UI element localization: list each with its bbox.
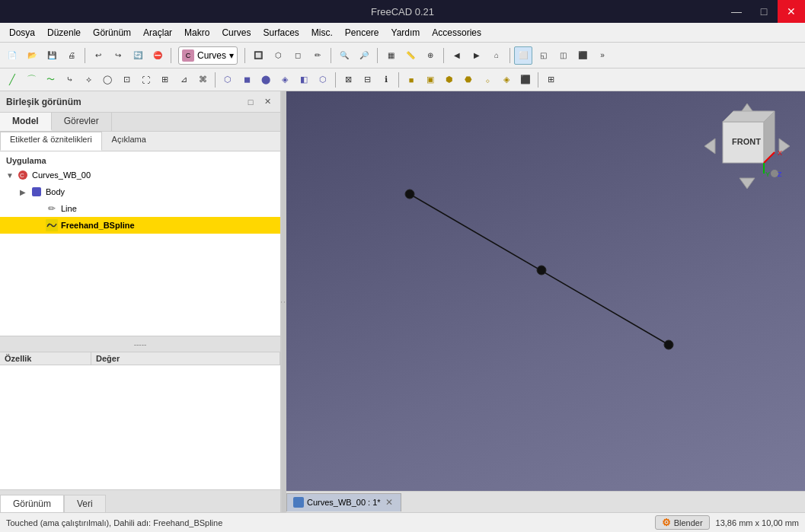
solid-icon-4: ⬣ [465,75,472,84]
curve-btn-8[interactable]: ⛶ [136,71,155,89]
doc-tab-close-button[interactable]: ✕ [384,497,395,508]
bbox-button[interactable]: ⬛ [573,46,592,65]
new-button[interactable]: 📄 [3,46,21,65]
stop-button[interactable]: ⛔ [149,46,167,65]
sep5 [377,48,378,63]
home-button[interactable]: ⌂ [487,46,506,65]
print-button[interactable]: 🖨 [62,46,81,65]
solid-btn-4[interactable]: ⬣ [459,71,478,89]
tree-item-line[interactable]: ✏ Line [0,200,280,217]
menu-makro[interactable]: Makro [178,26,216,40]
nav-cube[interactable]: FRONT X Y Z [701,100,793,192]
grid-button[interactable]: ▦ [382,46,400,65]
tab-gorevler[interactable]: Görevler [52,113,112,131]
stereo-button[interactable]: ◫ [554,46,572,65]
curve-btn-3[interactable]: 〜 [41,71,59,89]
refresh-button[interactable]: 🔄 [129,46,147,65]
menu-curves[interactable]: Curves [216,26,257,40]
undo-button[interactable]: ↩ [89,46,107,65]
refresh-icon: 🔄 [133,51,142,59]
surface-btn-6[interactable]: ⬡ [314,71,332,89]
viewport[interactable]: FRONT X Y Z Curves_WB_00 : 1* ✕ [286,91,805,512]
blender-badge[interactable]: ⚙ Blender [655,515,710,530]
surface-btn-3[interactable]: ⬤ [257,71,275,89]
perspective-button[interactable]: ◱ [534,46,552,65]
solid-btn-3[interactable]: ⬢ [440,71,458,89]
redo-button[interactable]: ↪ [109,46,127,65]
solid-btn-5[interactable]: ⬦ [478,71,497,89]
curve-btn-5[interactable]: ⟡ [79,71,97,89]
menu-surfaces[interactable]: Surfaces [257,26,305,40]
panel-divider[interactable]: ----- [0,336,280,352]
workbench-selector[interactable]: C Curves ▾ [178,46,238,65]
part-button[interactable]: ⬡ [269,46,287,65]
panel-close-button[interactable]: ✕ [260,95,274,109]
properties-body[interactable] [0,365,280,489]
minimize-button[interactable]: — [723,0,750,23]
search-button[interactable]: 🔍 [335,46,353,65]
nav-fwd-icon: ▶ [474,51,480,59]
close-button[interactable]: ✕ [778,0,805,23]
menu-duzenle[interactable]: Düzenle [41,26,87,40]
new-icon: 📄 [8,51,17,59]
surface-btn-4[interactable]: ◈ [276,71,294,89]
menu-misc[interactable]: Misc. [305,26,339,40]
axis-button[interactable]: ⊕ [421,46,439,65]
tree-area[interactable]: Uygulama ▼ C Curves_WB_00 ▶ Body ✏ [0,151,280,336]
menu-dosya[interactable]: Dosya [3,26,41,40]
doc-tab-main[interactable]: Curves_WB_00 : 1* ✕ [286,493,401,511]
subtab-description[interactable]: Açıklama [102,132,156,151]
view3d-button[interactable]: 🔲 [249,46,267,65]
subtab-labels[interactable]: Etiketler & öznitelikleri [0,132,102,151]
surface-icon-6: ⬡ [319,75,327,84]
bottom-tab-veri[interactable]: Veri [64,495,106,512]
surface-btn-1[interactable]: ⬡ [219,71,237,89]
sketch-button[interactable]: ✏ [308,46,327,65]
surface-btn-2[interactable]: ◼ [238,71,256,89]
bottom-tab-gorunum[interactable]: Görünüm [0,495,64,512]
nav-back-button[interactable]: ◀ [448,46,466,65]
panel-expand-button[interactable]: □ [244,95,257,109]
menu-yardim[interactable]: Yardım [385,26,426,40]
curve-btn-2[interactable]: ⌒ [22,71,40,89]
curve-btn-4[interactable]: ⤷ [60,71,78,89]
solid-btn-2[interactable]: ▣ [421,71,439,89]
curve-btn-11[interactable]: ⌘ [193,71,212,89]
orthographic-button[interactable]: ⬜ [514,46,532,65]
curve-btn-7[interactable]: ⊡ [117,71,136,89]
curve-btn-10[interactable]: ⊿ [174,71,193,89]
tree-item-body[interactable]: ▶ Body [0,183,280,200]
curve-icon-10: ⊿ [180,75,187,84]
zoom-in-button[interactable]: 🔎 [355,46,373,65]
misc-btn-1[interactable]: ⊠ [339,71,357,89]
save-button[interactable]: 💾 [43,46,61,65]
nav-fwd-button[interactable]: ▶ [468,46,486,65]
misc-btn-3[interactable]: ℹ [377,71,395,89]
zoom-in-icon: 🔎 [359,51,369,59]
tab-model[interactable]: Model [0,113,52,131]
solid-btn-6[interactable]: ◈ [497,71,516,89]
solid-btn-7[interactable]: ⬛ [516,71,535,89]
extra-btn-1[interactable]: ⊞ [541,71,560,89]
curve-icon-2: ⌒ [27,73,37,87]
tree-item-freehand[interactable]: ✓ Freehand_BSpline [0,217,280,234]
surface-btn-5[interactable]: ◧ [295,71,313,89]
sep2 [171,48,171,63]
curve-icon-11: ⌘ [199,75,207,84]
curve-btn-6[interactable]: ◯ [98,71,117,89]
menu-araclar[interactable]: Araçlar [137,26,178,40]
measure-button[interactable]: 📏 [401,46,420,65]
solid-btn-1[interactable]: ■ [402,71,420,89]
misc-btn-2[interactable]: ⊟ [358,71,376,89]
more-button[interactable]: » [593,46,612,65]
tree-item-curves-wb[interactable]: ▼ C Curves_WB_00 [0,167,280,183]
curve-btn-9[interactable]: ⊞ [155,71,174,89]
open-button[interactable]: 📂 [23,46,41,65]
maximize-button[interactable]: □ [750,0,778,23]
menu-accessories[interactable]: Accessories [426,26,487,40]
stop-icon: ⛔ [153,51,162,59]
scene-button[interactable]: ◻ [289,46,307,65]
menu-pencere[interactable]: Pencere [339,26,385,40]
curve-btn-1[interactable]: ╱ [3,71,21,89]
menu-gorunum[interactable]: Görünüm [87,26,137,40]
